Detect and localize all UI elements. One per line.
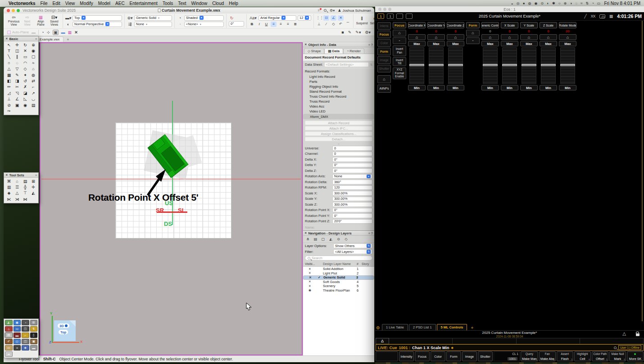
- menu-item[interactable]: Entertainment: [130, 1, 158, 6]
- parameter-category-button[interactable]: Focus: [415, 351, 430, 361]
- keypad-icon[interactable]: ▦: [609, 14, 613, 18]
- objinfo-tab[interactable]: ◇Shape: [304, 48, 324, 54]
- tool-icon[interactable]: ✛: [29, 184, 37, 190]
- filter-dropdown[interactable]: <All Layers>⇅: [333, 249, 372, 254]
- field-input[interactable]: None▾: [332, 174, 372, 179]
- home-icon-button[interactable]: ⌂: [540, 34, 557, 40]
- fader-handle[interactable]: [541, 64, 556, 66]
- screen-plane-icon[interactable]: ◔: [41, 30, 44, 35]
- status-icon[interactable]: ●: [523, 1, 525, 5]
- record-action-button[interactable]: Assign Classifications...: [305, 131, 372, 136]
- tool-icon[interactable]: ⊤: [21, 190, 29, 196]
- tool-icon[interactable]: ⋊: [13, 196, 21, 202]
- field-input[interactable]: 0"▾: [332, 208, 372, 213]
- render-style-icon[interactable]: ◔: [177, 22, 183, 27]
- search-icon[interactable]: [324, 9, 327, 12]
- max-button[interactable]: Max: [481, 41, 499, 46]
- tool-icon[interactable]: ◇: [14, 339, 21, 344]
- grid-mode-icon[interactable]: ▦: [68, 30, 72, 35]
- menu-item[interactable]: Tools: [163, 1, 173, 6]
- snap-edge-icon[interactable]: ⊥: [316, 22, 322, 27]
- fader-handle[interactable]: [502, 64, 517, 66]
- category-button[interactable]: Shutter: [377, 65, 391, 72]
- tool-icon[interactable]: ⋉: [5, 196, 13, 202]
- tool-icon[interactable]: ◌: [13, 60, 21, 66]
- attribute-cell[interactable]: [389, 338, 453, 344]
- nav-mode-icon[interactable]: ▤: [312, 237, 319, 242]
- tool-icon[interactable]: ∠: [13, 96, 21, 102]
- min-button[interactable]: Min: [501, 85, 518, 90]
- max-button[interactable]: Max: [427, 41, 445, 46]
- menu-item[interactable]: Text: [178, 1, 186, 6]
- tool-icon[interactable]: ◈: [22, 345, 29, 351]
- menu-item[interactable]: Modify: [80, 1, 93, 6]
- fader-label[interactable]: Coordinate X: [408, 22, 426, 28]
- layer-row[interactable]: ✕ Light Plot 2: [303, 271, 374, 276]
- camera-icon[interactable]: [599, 14, 605, 18]
- record-format-item[interactable]: Stand Record Format: [303, 89, 374, 94]
- field-input[interactable]: 120▾: [332, 185, 372, 190]
- underline-button[interactable]: U: [263, 22, 269, 27]
- tool-icon[interactable]: ⊞: [30, 320, 38, 325]
- new-tab-button[interactable]: +: [63, 37, 72, 42]
- smart-point-icon[interactable]: ✕: [338, 15, 344, 21]
- menu-item[interactable]: File: [40, 1, 47, 6]
- tool-icon[interactable]: T: [5, 48, 13, 54]
- gear-menu-icon[interactable]: ⚙▾: [330, 9, 335, 13]
- render-style-dropdown[interactable]: <None>▾: [184, 22, 224, 27]
- tool-icon[interactable]: ⊞: [29, 178, 37, 184]
- field-input[interactable]: 300.00%▾: [332, 202, 372, 207]
- record-format-item[interactable]: Light Info Record: [303, 74, 374, 79]
- visibility-icon[interactable]: ✕: [305, 267, 315, 271]
- tool-icon[interactable]: ⌂: [29, 66, 37, 72]
- softkey-button[interactable]: Highlight Cell 4: [574, 351, 591, 361]
- class-icon[interactable]: ⊛▾: [127, 16, 133, 20]
- tool-icon[interactable]: ▣: [13, 102, 21, 108]
- fader-track[interactable]: [560, 47, 575, 84]
- tool-icon[interactable]: ▢: [29, 54, 37, 60]
- tool-icon[interactable]: ✛: [13, 42, 21, 48]
- fader-handle[interactable]: [429, 64, 444, 66]
- visibility-icon[interactable]: ✕: [305, 280, 315, 283]
- tool-icon[interactable]: ⊕: [29, 42, 37, 48]
- fill-swatch-icon[interactable]: ■: [341, 30, 344, 35]
- font-dropdown[interactable]: Arial Regular▾: [259, 15, 296, 21]
- tool-icon[interactable]: ◺: [21, 96, 29, 102]
- tool-icon[interactable]: ↻: [21, 42, 29, 48]
- fader-handle[interactable]: [448, 64, 463, 66]
- tool-icon[interactable]: △: [5, 66, 13, 72]
- tool-icon[interactable]: ▤: [21, 178, 29, 184]
- tool-icon[interactable]: ◈: [5, 190, 13, 196]
- attribute-cell[interactable]: [517, 338, 580, 344]
- home-icon-button[interactable]: ⌂: [427, 34, 445, 40]
- object-snap-icon[interactable]: ⊡: [323, 15, 329, 21]
- pen-style-icon[interactable]: ✎▾: [355, 30, 361, 35]
- palette-menu-icon[interactable]: ≡: [35, 174, 37, 177]
- palette-menu-icon[interactable]: ≡ ?: [368, 43, 373, 46]
- attributes-gear-icon[interactable]: ⚙▾: [365, 30, 371, 35]
- category-button[interactable]: Focus: [377, 31, 391, 38]
- fader-track[interactable]: [502, 47, 517, 84]
- min-button[interactable]: Min: [408, 85, 426, 90]
- invert-tilt-button[interactable]: Invert Tilt: [393, 57, 406, 66]
- class-dropdown[interactable]: Generic Solid▾: [134, 15, 172, 21]
- tool-icon[interactable]: ▥: [5, 184, 13, 190]
- parameter-category-button[interactable]: Image: [462, 351, 477, 361]
- pen-none-icon[interactable]: ✎: [348, 30, 352, 35]
- visibility-icon[interactable]: ◉: [305, 288, 315, 292]
- tool-icon[interactable]: ╬: [21, 184, 29, 190]
- fader-label[interactable]: Coordinate Y: [427, 22, 445, 28]
- tool-icon[interactable]: ▽: [13, 66, 21, 72]
- fader-label[interactable]: Generic Control: [481, 22, 499, 28]
- min-button[interactable]: Min: [520, 85, 538, 90]
- tool-icon[interactable]: △: [13, 190, 21, 196]
- close-icon[interactable]: ✕: [5, 173, 8, 177]
- tool-icon[interactable]: ◡: [29, 96, 37, 102]
- italic-button[interactable]: I: [256, 22, 262, 27]
- menu-item[interactable]: Edit: [53, 1, 60, 6]
- saved-views-button[interactable]: ⊟▾Saved Views: [48, 15, 60, 27]
- view-badge[interactable]: Top: [59, 330, 68, 334]
- field-input[interactable]: 0"▾: [332, 163, 372, 168]
- display-tab-icon[interactable]: 1: [377, 13, 384, 19]
- status-icon[interactable]: ◑: [570, 1, 572, 5]
